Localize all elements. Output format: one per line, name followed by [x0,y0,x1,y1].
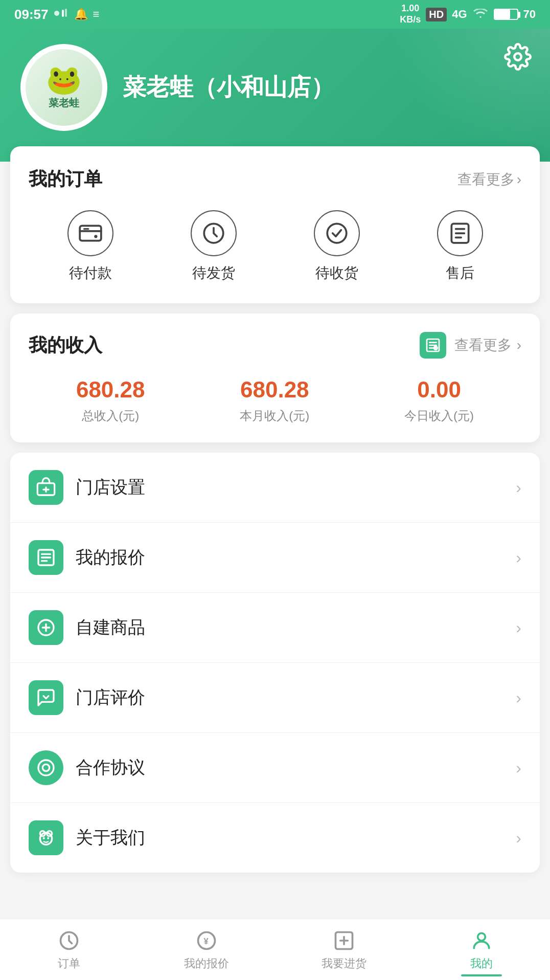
order-label-payment: 待付款 [69,263,112,283]
avatar-label: 菜老蛙 [49,96,79,110]
svg-point-33 [43,837,45,839]
check-circle-icon [324,220,350,246]
clock-icon [201,220,226,246]
nav-item-mine[interactable]: 我的 [413,923,550,976]
svg-text:¥: ¥ [203,937,209,946]
battery-level: 70 [523,8,536,21]
nav-item-my-quote[interactable]: ¥ 我的报价 [138,923,275,976]
menu-item-my-quote[interactable]: 我的报价 › [10,523,540,593]
store-review-label: 门店评价 [76,686,503,709]
nav-active-indicator [461,974,502,976]
ship-icon-circle [191,210,237,256]
review-icon [36,687,56,708]
income-monthly-label: 本月收入(元) [240,408,309,424]
income-today: 0.00 今日收入(元) [404,377,474,424]
about-chevron: › [516,829,521,848]
svg-point-34 [47,837,49,839]
custom-product-chevron: › [516,618,521,637]
menu-item-custom-product[interactable]: 自建商品 › [10,593,540,663]
network-badge: 4G [452,8,467,21]
store-name: 菜老蛙（小和山店） [123,72,334,103]
agreement-chevron: › [516,759,521,777]
orders-card-header: 我的订单 查看更多 › [29,167,521,192]
order-label-ship: 待发货 [192,263,235,283]
order-label-aftersale: 售后 [446,263,474,283]
my-quote-chevron: › [516,548,521,567]
custom-product-label: 自建商品 [76,616,503,639]
income-total-label: 总收入(元) [82,408,139,424]
menu-item-store-review[interactable]: 门店评价 › [10,663,540,733]
nav-quote-label: 我的报价 [184,956,229,971]
order-label-receive: 待收货 [315,263,358,283]
income-monthly-value: 680.28 [240,377,309,403]
svg-rect-2 [65,9,67,17]
my-quote-icon-box [29,540,63,575]
svg-point-41 [477,933,485,941]
store-icon [36,477,56,498]
income-total: 680.28 总收入(元) [76,377,145,424]
battery-icon [494,9,518,20]
nav-item-purchase[interactable]: 我要进货 [275,923,413,976]
avatar[interactable]: 🐸 菜老蛙 [20,44,107,131]
avatar-inner: 🐸 菜老蛙 [26,49,102,126]
svg-point-3 [514,53,521,60]
store-settings-chevron: › [516,478,521,497]
aftersale-icon-circle [437,210,483,256]
order-item-aftersale[interactable]: 售后 [437,210,483,283]
order-item-receive[interactable]: 待收货 [314,210,360,283]
store-settings-label: 门店设置 [76,476,503,499]
menu-item-agreement[interactable]: 合作协议 › [10,733,540,803]
orders-title: 我的订单 [29,167,102,192]
status-bar: 09:57 🔔 ≡ 1.00KB/s HD 4G 70 [0,0,550,29]
status-right: 1.00KB/s HD 4G 70 [400,3,536,25]
signal-icons [54,7,69,23]
income-more-label: 查看更多 [454,336,512,355]
nav-mine-icon [469,928,494,953]
svg-point-0 [54,11,59,16]
nav-item-orders[interactable]: 订单 [0,923,138,976]
menu-item-store-settings[interactable]: 门店设置 › [10,453,540,523]
receive-icon-circle [314,210,360,256]
hd-badge: HD [426,8,447,21]
nav-quote-icon: ¥ [194,928,219,953]
nav-purchase-label: 我要进货 [322,956,366,971]
payment-icon-circle [67,210,113,256]
order-item-ship[interactable]: 待发货 [191,210,237,283]
store-review-icon-box [29,680,63,715]
nav-orders-label: 订单 [58,956,80,971]
nav-purchase-icon [332,928,356,953]
nav-orders-icon [57,928,81,953]
add-product-icon [36,617,56,638]
status-left: 09:57 🔔 ≡ [14,7,99,23]
svg-point-5 [94,235,97,238]
svg-rect-1 [62,10,64,17]
svg-point-29 [42,764,49,771]
income-header: 我的收入 ¥ 查看更多 › [29,332,521,359]
svg-rect-4 [80,226,101,240]
income-today-label: 今日收入(元) [404,408,474,424]
menu-item-about[interactable]: 关于我们 › [10,803,540,873]
wallet-icon [78,220,103,246]
income-monthly: 680.28 本月收入(元) [240,377,309,424]
battery-fill [495,10,511,19]
settings-button[interactable] [504,43,532,71]
custom-product-icon-box [29,610,63,645]
my-quote-label: 我的报价 [76,546,503,569]
frog-icon [36,828,56,848]
orders-icons-row: 待付款 待发货 待收货 [29,210,521,283]
header-section: 🐸 菜老蛙 菜老蛙（小和山店） [0,29,550,162]
order-item-payment[interactable]: 待付款 [67,210,113,283]
income-title: 我的收入 [29,333,102,358]
orders-more-button[interactable]: 查看更多 › [457,170,521,189]
agreement-label: 合作协议 [76,756,503,779]
orders-more-label: 查看更多 [457,170,515,189]
status-time: 09:57 [14,7,49,23]
menu-icon-status: ≡ [93,8,100,21]
income-card: 我的收入 ¥ 查看更多 › 680.28 总收入(元) 680.28 本 [10,314,540,442]
income-more-chevron: › [517,337,521,353]
income-more-button[interactable]: ¥ 查看更多 › [420,332,521,359]
data-speed: 1.00KB/s [400,3,421,25]
income-data-row: 680.28 总收入(元) 680.28 本月收入(元) 0.00 今日收入(元… [29,377,521,424]
avatar-frog-icon: 🐸 [46,65,82,94]
aftersale-icon [447,220,473,246]
